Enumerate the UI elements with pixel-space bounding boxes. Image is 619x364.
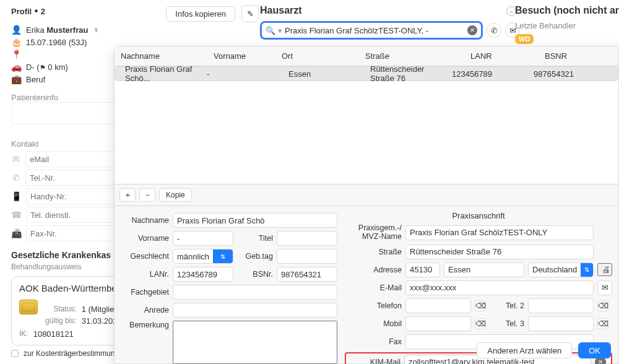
edit-profile-button[interactable]: ✎ [241, 5, 259, 22]
th-bsnr[interactable]: BSNR [545, 51, 612, 61]
behandler-badge: WD [515, 34, 534, 44]
fax-label: Fax [345, 337, 402, 346]
praxisanschrift-title: Praxisanschrift [345, 211, 612, 220]
phone-icon: ✆ [11, 173, 20, 183]
fachgebiet-input[interactable] [173, 285, 337, 300]
form-left: Nachname Vorname Titel Geschlecht männli… [121, 210, 337, 341]
bemerkung-label: Bemerkung [121, 321, 169, 329]
hausarzt-title: Hausarzt [260, 5, 520, 16]
adresse-label: Adresse [345, 266, 402, 274]
form-right: Praxisanschrift Praxisgem.-/ MVZ-Name St… [345, 210, 612, 341]
copy-row-button[interactable]: Kopie [159, 188, 192, 202]
strasse-label: Straße [345, 248, 402, 256]
minus-icon: － [144, 189, 152, 201]
geschlecht-label: Geschlecht [121, 252, 169, 261]
gebtag-label: Geb.tag [237, 252, 273, 261]
table-toolbar: ＋ － Kopie [115, 184, 618, 206]
geschlecht-select[interactable]: männlich ⇅ [173, 249, 233, 264]
send-email-button[interactable]: ✉ [597, 280, 612, 295]
envelope-icon: ✉ [602, 283, 608, 292]
mobil-clear-button[interactable]: ⌫ [475, 318, 486, 329]
pencil-icon: ✎ [247, 9, 254, 19]
praxisgem-input[interactable] [405, 225, 594, 240]
car-icon: 🚗 [11, 62, 21, 72]
th-strasse[interactable]: Straße [365, 51, 470, 61]
land-value: Deutschland [529, 265, 581, 274]
th-ort[interactable]: Ort [282, 51, 365, 61]
table-body[interactable]: Praxis Florian Graf Schö... - Essen Rütt… [115, 66, 618, 184]
copy-info-button[interactable]: Infos kopieren [166, 6, 235, 22]
vorname-input[interactable] [173, 231, 233, 246]
tel3-input[interactable] [528, 316, 594, 331]
th-lanr[interactable]: LANR [470, 51, 545, 61]
visit-title: Besuch (noch nicht ange [515, 5, 619, 16]
telefon-label: Telefon [345, 301, 402, 310]
cell-strasse: Rüttenscheider Straße 76 [366, 66, 448, 83]
titel-label: Titel [237, 234, 273, 243]
praxis-email-input[interactable] [405, 280, 594, 295]
vorname-label: Vorname [121, 234, 169, 243]
chevron-down-icon[interactable]: ▾ [278, 26, 282, 35]
add-row-button[interactable]: ＋ [119, 188, 136, 202]
tel2-input[interactable] [528, 298, 594, 313]
strasse-input[interactable] [405, 245, 594, 259]
anrede-label: Anrede [121, 306, 169, 314]
bemerkung-input[interactable] [173, 321, 337, 364]
kk-ik-value: 108018121 [33, 329, 123, 339]
th-nachname[interactable]: Nachname [121, 51, 214, 61]
checkbox-kostentraeger[interactable] [11, 350, 19, 357]
table-row[interactable]: Praxis Florian Graf Schö... - Essen Rütt… [115, 66, 618, 81]
other-doctor-button[interactable]: Anderen Arzt wählen [477, 342, 572, 358]
kk-valid-label: gültig bis: [45, 316, 77, 326]
lanr-input[interactable] [173, 267, 233, 282]
patient-name-row: 👤 Erika Musterfrau ♀ [11, 25, 259, 35]
briefcase-icon: 💼 [11, 74, 21, 84]
profile-title: Profil • 2 [11, 6, 45, 17]
plz-input[interactable] [405, 262, 440, 277]
hausarzt-search[interactable]: 🔍 ▾ ✕ [260, 21, 483, 40]
birthday-icon: 🎂 [11, 37, 21, 47]
land-select[interactable]: Deutschland ⇅ [528, 262, 594, 277]
telefon-clear-button[interactable]: ⌫ [475, 300, 486, 311]
tel2-clear-button[interactable]: ⌫ [597, 300, 608, 311]
anrede-input[interactable] [173, 303, 337, 318]
chevron-updown-icon: ⇅ [581, 263, 593, 277]
cell-ort: Essen [285, 69, 366, 79]
person-icon: 👤 [11, 25, 21, 35]
kk-ik-label: IK: [19, 329, 28, 339]
tel3-clear-button[interactable]: ⌫ [597, 318, 608, 329]
remove-row-button[interactable]: － [139, 188, 155, 202]
th-vorname[interactable]: Vorname [214, 51, 282, 61]
nachname-input[interactable] [173, 213, 337, 228]
visit-sub: Letzte Behandler [515, 21, 619, 30]
print-address-button[interactable]: 🖨 [597, 263, 612, 276]
gebtag-input[interactable] [277, 249, 337, 264]
clear-search-button[interactable]: ✕ [467, 25, 477, 35]
praxisgem-label: Praxisgem.-/ MVZ-Name [345, 224, 402, 241]
nachname-label: Nachname [121, 216, 169, 225]
phone-icon: ✆ [491, 26, 498, 35]
mobile-icon: 📱 [11, 191, 21, 201]
kostentraeger-label: zur Kostenträgerbestimmung i [24, 349, 123, 358]
delete-icon: ⌫ [475, 319, 486, 328]
telefon-input[interactable] [405, 298, 471, 313]
titel-input[interactable] [277, 231, 337, 246]
hausarzt-search-input[interactable] [284, 25, 467, 36]
call-hausarzt-button[interactable]: ✆ [487, 23, 501, 38]
mobil-label: Mobil [345, 319, 402, 328]
fachgebiet-label: Fachgebiet [121, 288, 169, 297]
doctor-picker-popup: Nachname Vorname Ort Straße LANR BSNR Pr… [114, 46, 619, 364]
cell-lanr: 123456789 [448, 69, 530, 79]
bsnr-label: BSNr. [237, 270, 273, 279]
gender-female-icon: ♀ [93, 25, 99, 35]
delete-icon: ⌫ [598, 319, 608, 328]
email-label: E-Mail [345, 284, 402, 292]
kim-label: KIM-Mail [347, 358, 400, 365]
ort-input[interactable] [444, 262, 524, 277]
ok-button[interactable]: OK [578, 342, 611, 358]
envelope-icon: ✉ [11, 154, 20, 164]
mobil-input[interactable] [405, 316, 471, 331]
plus-icon: ＋ [124, 189, 132, 201]
bsnr-input[interactable] [277, 267, 337, 282]
geschlecht-value: männlich [173, 252, 213, 261]
